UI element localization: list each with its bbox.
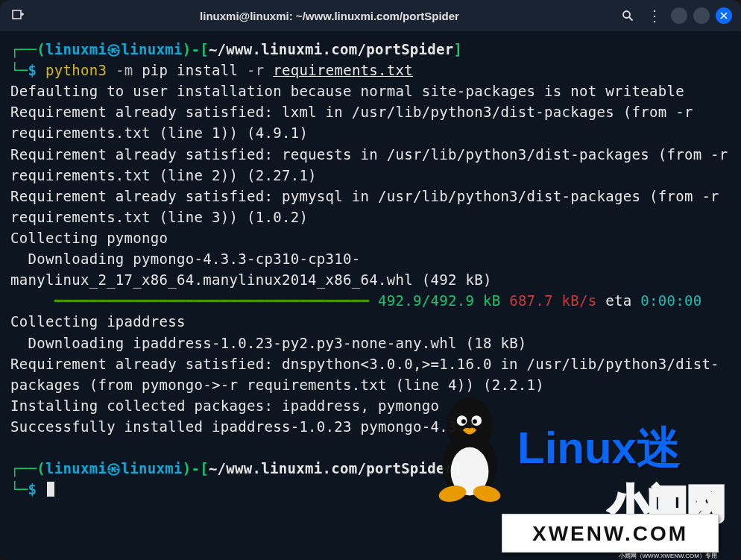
cmd-binary: python3 xyxy=(45,62,107,78)
prompt-at-icon: ㉿ xyxy=(107,460,121,476)
progress-eta-label: eta xyxy=(597,292,632,309)
cmd-pip: pip install xyxy=(142,62,238,78)
prompt-prefix: ┌──( xyxy=(10,41,45,57)
cmd-file: requirements.txt xyxy=(273,62,413,78)
prompt-bracket: )-[ xyxy=(183,41,209,57)
cmd-flag: -m xyxy=(107,62,142,78)
brand-card: XWENW.COM xyxy=(502,514,719,553)
cmd-flag2: -r xyxy=(238,62,273,78)
prompt-line2: └─ xyxy=(10,62,28,78)
output-line: Downloading pymongo-4.3.3-cp310-cp310-ma… xyxy=(10,251,492,288)
minimize-button[interactable] xyxy=(671,7,687,24)
output-line: Requirement already satisfied: pymysql i… xyxy=(10,188,728,225)
menu-icon[interactable]: ⋮ xyxy=(644,5,665,26)
svg-line-4 xyxy=(629,17,632,20)
prompt-at-icon: ㉿ xyxy=(107,41,121,57)
prompt-bracket-close: ] xyxy=(454,460,463,476)
output-line: Successfully installed ipaddress-1.0.23 … xyxy=(10,418,474,435)
prompt-user: linuxmi xyxy=(45,460,107,476)
prompt-host: linuxmi xyxy=(121,460,182,476)
titlebar-right: ⋮ xyxy=(605,5,732,26)
output-line: Collecting pymongo xyxy=(10,230,168,246)
prompt-cwd: ~/www.linuxmi.com/portSpider xyxy=(209,41,454,57)
output-line: Installing collected packages: ipaddress… xyxy=(10,397,439,414)
prompt-dollar: $ xyxy=(28,62,45,78)
prompt-line2: └─ xyxy=(10,481,28,497)
prompt-cwd: ~/www.linuxmi.com/portSpider xyxy=(209,460,454,476)
output-line: Requirement already satisfied: dnspython… xyxy=(10,356,719,393)
prompt-user: linuxmi xyxy=(45,41,107,57)
maximize-button[interactable] xyxy=(693,7,710,24)
output-line: Requirement already satisfied: requests … xyxy=(10,146,737,183)
progress-time: 0:00:00 xyxy=(632,292,702,309)
window-title: linuxmi@linuxmi: ~/www.linuxmi.com/portS… xyxy=(54,10,605,22)
output-line: Requirement already satisfied: lxml in /… xyxy=(10,104,701,141)
terminal-body[interactable]: ┌──(linuxmi㉿linuxmi)-[~/www.linuxmi.com/… xyxy=(0,31,741,560)
cursor xyxy=(47,482,54,497)
output-line: Downloading ipaddress-1.0.23-py2.py3-non… xyxy=(10,335,527,351)
svg-rect-0 xyxy=(13,10,21,19)
terminal-window: linuxmi@linuxmi: ~/www.linuxmi.com/portS… xyxy=(0,0,741,560)
titlebar-left xyxy=(9,7,54,25)
progress-speed: 687.7 kB/s xyxy=(500,292,596,309)
output-line: Collecting ipaddress xyxy=(10,313,186,330)
prompt-bracket-close: ] xyxy=(454,41,463,57)
progress-size: 492.9/492.9 kB xyxy=(369,292,500,309)
prompt-host: linuxmi xyxy=(121,41,182,57)
prompt-prefix: ┌──( xyxy=(10,460,45,476)
progress-bar: ━━━━━━━━━━━━━━━━━━━━━━━━━━━━━━━━━━━━ xyxy=(10,292,369,309)
brand-card-sub: 小闻网（WWW.XWENW.COM）专用 xyxy=(619,552,717,560)
prompt-dollar: $ xyxy=(28,481,45,497)
output-line: Defaulting to user installation because … xyxy=(10,83,684,99)
new-tab-icon[interactable] xyxy=(9,7,27,25)
close-button[interactable] xyxy=(716,7,732,24)
prompt-bracket: )-[ xyxy=(183,460,209,476)
titlebar: linuxmi@linuxmi: ~/www.linuxmi.com/portS… xyxy=(0,0,741,31)
search-icon[interactable] xyxy=(617,5,638,26)
